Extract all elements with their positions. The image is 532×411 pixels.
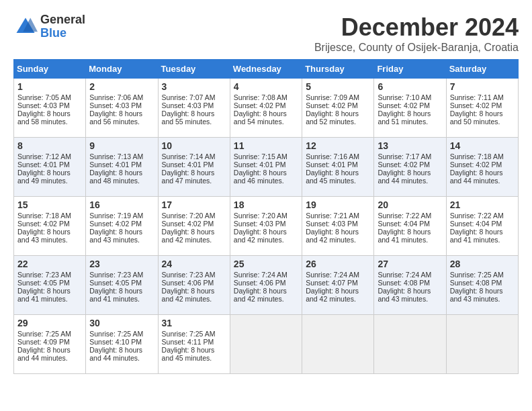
sunset-label: Sunset: 4:03 PM	[17, 101, 70, 109]
sunrise-label: Sunrise: 7:23 AM	[17, 271, 71, 279]
sunset-label: Sunset: 4:02 PM	[450, 161, 502, 169]
calendar-cell: 2Sunrise: 7:06 AMSunset: 4:03 PMDaylight…	[86, 79, 158, 138]
day-number: 10	[162, 140, 226, 151]
sunset-label: Sunset: 4:02 PM	[234, 101, 286, 109]
sunset-label: Sunset: 4:10 PM	[89, 338, 142, 346]
sunset-label: Sunset: 4:03 PM	[89, 101, 142, 109]
logo-general-text: General	[40, 13, 85, 27]
logo: General Blue	[13, 13, 85, 40]
day-number: 29	[17, 318, 82, 328]
calendar-cell	[374, 315, 446, 374]
daylight-label: Daylight: 8 hours and 42 minutes.	[162, 228, 215, 244]
col-friday: Friday	[374, 60, 446, 79]
calendar-cell: 4Sunrise: 7:08 AMSunset: 4:02 PMDaylight…	[230, 79, 302, 138]
day-number: 6	[378, 81, 442, 92]
sunset-label: Sunset: 4:11 PM	[162, 338, 214, 346]
sunrise-label: Sunrise: 7:18 AM	[450, 152, 504, 161]
day-number: 31	[162, 318, 226, 328]
sunrise-label: Sunrise: 7:20 AM	[234, 212, 287, 220]
sunrise-label: Sunrise: 7:22 AM	[450, 212, 504, 220]
sunrise-label: Sunrise: 7:13 AM	[89, 152, 143, 161]
daylight-label: Daylight: 8 hours and 41 minutes.	[378, 228, 431, 244]
daylight-label: Daylight: 8 hours and 54 minutes.	[234, 109, 287, 126]
sunrise-label: Sunrise: 7:05 AM	[17, 93, 71, 101]
sunrise-label: Sunrise: 7:21 AM	[306, 212, 359, 220]
sunrise-label: Sunrise: 7:23 AM	[162, 271, 216, 279]
daylight-label: Daylight: 8 hours and 42 minutes.	[162, 287, 215, 303]
calendar-row-3: 15Sunrise: 7:18 AMSunset: 4:02 PMDayligh…	[14, 197, 519, 256]
day-number: 8	[17, 140, 82, 151]
daylight-label: Daylight: 8 hours and 43 minutes.	[378, 287, 431, 303]
calendar-cell: 10Sunrise: 7:14 AMSunset: 4:01 PMDayligh…	[158, 138, 230, 197]
sunrise-label: Sunrise: 7:07 AM	[162, 93, 216, 101]
col-wednesday: Wednesday	[230, 60, 302, 79]
sunset-label: Sunset: 4:03 PM	[162, 101, 214, 109]
daylight-label: Daylight: 8 hours and 43 minutes.	[89, 228, 142, 244]
day-number: 12	[306, 140, 370, 151]
sunrise-label: Sunrise: 7:12 AM	[17, 152, 71, 161]
daylight-label: Daylight: 8 hours and 44 minutes.	[378, 169, 431, 185]
day-number: 3	[162, 81, 226, 92]
daylight-label: Daylight: 8 hours and 45 minutes.	[306, 169, 359, 185]
day-number: 25	[234, 259, 298, 269]
sunrise-label: Sunrise: 7:08 AM	[234, 93, 287, 101]
title-area: December 2024 Brijesce, County of Osijek…	[314, 13, 519, 54]
calendar-row-1: 1Sunrise: 7:05 AMSunset: 4:03 PMDaylight…	[14, 79, 519, 138]
calendar-row-2: 8Sunrise: 7:12 AMSunset: 4:01 PMDaylight…	[14, 138, 519, 197]
day-number: 21	[450, 199, 515, 210]
day-number: 16	[89, 199, 154, 210]
sunset-label: Sunset: 4:01 PM	[89, 161, 142, 169]
sunrise-label: Sunrise: 7:24 AM	[378, 271, 431, 279]
day-number: 28	[450, 259, 515, 269]
calendar-cell	[302, 315, 374, 374]
calendar-cell: 18Sunrise: 7:20 AMSunset: 4:03 PMDayligh…	[230, 197, 302, 256]
calendar-cell: 7Sunrise: 7:11 AMSunset: 4:02 PMDaylight…	[446, 79, 518, 138]
daylight-label: Daylight: 8 hours and 49 minutes.	[17, 169, 71, 185]
day-number: 9	[89, 140, 154, 151]
day-number: 17	[162, 199, 226, 210]
daylight-label: Daylight: 8 hours and 55 minutes.	[162, 109, 215, 126]
daylight-label: Daylight: 8 hours and 41 minutes.	[89, 287, 142, 303]
sunset-label: Sunset: 4:01 PM	[306, 161, 358, 169]
sunset-label: Sunset: 4:02 PM	[306, 101, 358, 109]
logo-icon	[13, 15, 38, 39]
day-number: 23	[89, 259, 154, 269]
calendar-cell: 30Sunrise: 7:25 AMSunset: 4:10 PMDayligh…	[86, 315, 158, 374]
daylight-label: Daylight: 8 hours and 46 minutes.	[234, 169, 287, 185]
calendar-cell: 13Sunrise: 7:17 AMSunset: 4:02 PMDayligh…	[374, 138, 446, 197]
daylight-label: Daylight: 8 hours and 41 minutes.	[17, 287, 71, 303]
sunrise-label: Sunrise: 7:09 AM	[306, 93, 359, 101]
day-number: 27	[378, 259, 442, 269]
calendar-cell: 15Sunrise: 7:18 AMSunset: 4:02 PMDayligh…	[14, 197, 86, 256]
calendar-cell: 28Sunrise: 7:25 AMSunset: 4:08 PMDayligh…	[446, 256, 518, 315]
calendar-cell: 31Sunrise: 7:25 AMSunset: 4:11 PMDayligh…	[158, 315, 230, 374]
day-number: 30	[89, 318, 154, 328]
col-saturday: Saturday	[446, 60, 518, 79]
subtitle: Brijesce, County of Osijek-Baranja, Croa…	[314, 42, 519, 54]
daylight-label: Daylight: 8 hours and 42 minutes.	[234, 228, 287, 244]
sunrise-label: Sunrise: 7:15 AM	[234, 152, 287, 161]
day-number: 5	[306, 81, 370, 92]
sunset-label: Sunset: 4:02 PM	[378, 161, 430, 169]
sunset-label: Sunset: 4:02 PM	[450, 101, 502, 109]
calendar-cell: 6Sunrise: 7:10 AMSunset: 4:02 PMDaylight…	[374, 79, 446, 138]
sunrise-label: Sunrise: 7:25 AM	[89, 330, 143, 338]
col-tuesday: Tuesday	[158, 60, 230, 79]
calendar-cell: 19Sunrise: 7:21 AMSunset: 4:03 PMDayligh…	[302, 197, 374, 256]
calendar-cell: 14Sunrise: 7:18 AMSunset: 4:02 PMDayligh…	[446, 138, 518, 197]
daylight-label: Daylight: 8 hours and 42 minutes.	[306, 228, 359, 244]
daylight-label: Daylight: 8 hours and 52 minutes.	[306, 109, 359, 126]
sunrise-label: Sunrise: 7:24 AM	[234, 271, 287, 279]
calendar-cell: 20Sunrise: 7:22 AMSunset: 4:04 PMDayligh…	[374, 197, 446, 256]
sunrise-label: Sunrise: 7:25 AM	[450, 271, 504, 279]
day-number: 15	[17, 199, 82, 210]
sunset-label: Sunset: 4:04 PM	[450, 220, 502, 228]
sunset-label: Sunset: 4:05 PM	[17, 279, 70, 287]
calendar-cell: 27Sunrise: 7:24 AMSunset: 4:08 PMDayligh…	[374, 256, 446, 315]
day-number: 26	[306, 259, 370, 269]
calendar-row-5: 29Sunrise: 7:25 AMSunset: 4:09 PMDayligh…	[14, 315, 519, 374]
sunrise-label: Sunrise: 7:11 AM	[450, 93, 504, 101]
sunset-label: Sunset: 4:02 PM	[17, 220, 70, 228]
calendar-row-4: 22Sunrise: 7:23 AMSunset: 4:05 PMDayligh…	[14, 256, 519, 315]
calendar-cell: 26Sunrise: 7:24 AMSunset: 4:07 PMDayligh…	[302, 256, 374, 315]
